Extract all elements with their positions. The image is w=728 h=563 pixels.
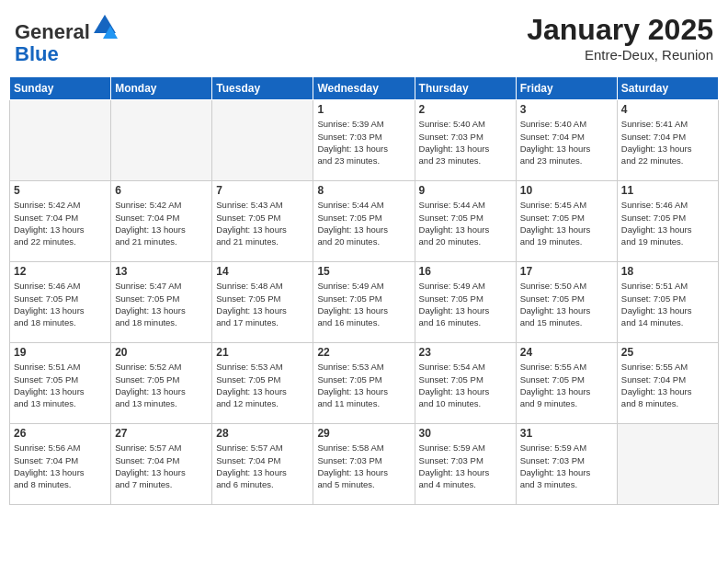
day-number: 28	[216, 427, 309, 440]
day-info-line: Sunrise: 5:43 AM	[216, 199, 309, 211]
weekday-header-wednesday: Wednesday	[313, 77, 415, 100]
day-info-line: and 19 minutes.	[520, 236, 613, 247]
day-info: Sunrise: 5:51 AMSunset: 7:05 PMDaylight:…	[14, 361, 107, 409]
calendar-week-row: 1Sunrise: 5:39 AMSunset: 7:03 PMDaylight…	[10, 100, 719, 181]
day-info: Sunrise: 5:59 AMSunset: 7:03 PMDaylight:…	[419, 442, 512, 490]
day-number: 5	[14, 184, 107, 197]
calendar-cell: 30Sunrise: 5:59 AMSunset: 7:03 PMDayligh…	[415, 424, 516, 505]
calendar-cell: 1Sunrise: 5:39 AMSunset: 7:03 PMDaylight…	[313, 100, 415, 181]
day-info-line: Daylight: 13 hours	[115, 466, 208, 478]
day-info-line: Sunset: 7:05 PM	[216, 373, 309, 385]
day-info-line: Sunrise: 5:55 AM	[520, 361, 613, 373]
day-number: 27	[115, 427, 208, 440]
day-info-line: Daylight: 13 hours	[317, 224, 410, 236]
day-info-line: Daylight: 13 hours	[621, 304, 714, 316]
day-number: 11	[621, 184, 714, 197]
day-info-line: Sunrise: 5:41 AM	[621, 118, 714, 130]
day-number: 25	[621, 346, 714, 359]
day-number: 14	[216, 265, 309, 278]
day-number: 21	[216, 346, 309, 359]
calendar-cell: 29Sunrise: 5:58 AMSunset: 7:03 PMDayligh…	[313, 424, 415, 505]
calendar-header-row: SundayMondayTuesdayWednesdayThursdayFrid…	[10, 77, 719, 100]
day-number: 19	[14, 346, 107, 359]
day-info-line: and 23 minutes.	[317, 155, 410, 167]
day-info: Sunrise: 5:57 AMSunset: 7:04 PMDaylight:…	[115, 442, 208, 490]
day-info-line: Daylight: 13 hours	[14, 224, 107, 236]
day-info-line: Sunset: 7:03 PM	[317, 454, 410, 466]
day-info-line: Sunset: 7:04 PM	[520, 131, 613, 143]
weekday-header-thursday: Thursday	[415, 77, 516, 100]
day-info: Sunrise: 5:42 AMSunset: 7:04 PMDaylight:…	[115, 199, 208, 247]
day-number: 24	[520, 346, 613, 359]
day-info: Sunrise: 5:43 AMSunset: 7:05 PMDaylight:…	[216, 199, 309, 247]
day-info-line: Sunrise: 5:52 AM	[115, 361, 208, 373]
day-info-line: Daylight: 13 hours	[419, 143, 512, 155]
weekday-header-sunday: Sunday	[10, 77, 111, 100]
day-info-line: Sunset: 7:05 PM	[115, 373, 208, 385]
day-info-line: Daylight: 13 hours	[317, 466, 410, 478]
day-info-line: Sunrise: 5:50 AM	[520, 280, 613, 292]
day-number: 12	[14, 265, 107, 278]
day-info-line: Sunset: 7:03 PM	[520, 454, 613, 466]
day-info-line: Sunset: 7:03 PM	[419, 454, 512, 466]
calendar-cell: 7Sunrise: 5:43 AMSunset: 7:05 PMDaylight…	[212, 181, 313, 262]
day-info-line: Daylight: 13 hours	[621, 143, 714, 155]
day-info-line: Sunset: 7:04 PM	[14, 212, 107, 224]
day-info-line: Sunrise: 5:49 AM	[419, 280, 512, 292]
day-info-line: Sunrise: 5:51 AM	[14, 361, 107, 373]
calendar-cell: 17Sunrise: 5:50 AMSunset: 7:05 PMDayligh…	[516, 262, 617, 343]
day-number: 15	[317, 265, 410, 278]
day-info-line: Sunrise: 5:45 AM	[520, 199, 613, 211]
calendar-week-row: 12Sunrise: 5:46 AMSunset: 7:05 PMDayligh…	[10, 262, 719, 343]
day-info-line: Daylight: 13 hours	[115, 224, 208, 236]
day-info-line: Daylight: 13 hours	[216, 466, 309, 478]
logo-blue-text: Blue	[15, 42, 59, 65]
day-info: Sunrise: 5:56 AMSunset: 7:04 PMDaylight:…	[14, 442, 107, 490]
day-info-line: Sunrise: 5:42 AM	[14, 199, 107, 211]
calendar-cell: 11Sunrise: 5:46 AMSunset: 7:05 PMDayligh…	[617, 181, 718, 262]
day-info-line: and 19 minutes.	[621, 236, 714, 247]
day-info: Sunrise: 5:53 AMSunset: 7:05 PMDaylight:…	[317, 361, 410, 409]
calendar-cell: 19Sunrise: 5:51 AMSunset: 7:05 PMDayligh…	[10, 343, 111, 424]
day-info-line: Daylight: 13 hours	[520, 224, 613, 236]
day-info-line: Sunrise: 5:44 AM	[419, 199, 512, 211]
calendar-cell: 22Sunrise: 5:53 AMSunset: 7:05 PMDayligh…	[313, 343, 415, 424]
day-info-line: Daylight: 13 hours	[419, 466, 512, 478]
day-info-line: Sunrise: 5:58 AM	[317, 442, 410, 454]
day-number: 13	[115, 265, 208, 278]
calendar-cell: 26Sunrise: 5:56 AMSunset: 7:04 PMDayligh…	[10, 424, 111, 505]
day-info-line: and 10 minutes.	[419, 397, 512, 409]
day-info-line: Daylight: 13 hours	[520, 143, 613, 155]
weekday-header-saturday: Saturday	[617, 77, 718, 100]
day-info-line: Sunset: 7:04 PM	[621, 131, 714, 143]
day-number: 1	[317, 103, 410, 116]
weekday-header-tuesday: Tuesday	[212, 77, 313, 100]
day-info: Sunrise: 5:54 AMSunset: 7:05 PMDaylight:…	[419, 361, 512, 409]
day-info-line: Sunset: 7:05 PM	[419, 373, 512, 385]
day-info-line: Sunrise: 5:59 AM	[520, 442, 613, 454]
day-info: Sunrise: 5:55 AMSunset: 7:04 PMDaylight:…	[621, 361, 714, 409]
day-info-line: Sunrise: 5:46 AM	[14, 280, 107, 292]
calendar-cell: 13Sunrise: 5:47 AMSunset: 7:05 PMDayligh…	[111, 262, 212, 343]
calendar-cell: 25Sunrise: 5:55 AMSunset: 7:04 PMDayligh…	[617, 343, 718, 424]
day-info-line: Sunrise: 5:53 AM	[216, 361, 309, 373]
day-info: Sunrise: 5:44 AMSunset: 7:05 PMDaylight:…	[419, 199, 512, 247]
day-number: 22	[317, 346, 410, 359]
calendar-cell	[10, 100, 111, 181]
day-info-line: Sunrise: 5:47 AM	[115, 280, 208, 292]
day-info-line: and 14 minutes.	[621, 316, 714, 328]
day-info-line: Sunrise: 5:54 AM	[419, 361, 512, 373]
day-info-line: Sunset: 7:05 PM	[14, 373, 107, 385]
day-info: Sunrise: 5:40 AMSunset: 7:04 PMDaylight:…	[520, 118, 613, 167]
day-info: Sunrise: 5:44 AMSunset: 7:05 PMDaylight:…	[317, 199, 410, 247]
calendar-cell: 6Sunrise: 5:42 AMSunset: 7:04 PMDaylight…	[111, 181, 212, 262]
day-info-line: Daylight: 13 hours	[419, 304, 512, 316]
day-info-line: Sunset: 7:05 PM	[419, 212, 512, 224]
calendar-cell: 24Sunrise: 5:55 AMSunset: 7:05 PMDayligh…	[516, 343, 617, 424]
day-info-line: Sunset: 7:05 PM	[216, 293, 309, 304]
day-info: Sunrise: 5:49 AMSunset: 7:05 PMDaylight:…	[419, 280, 512, 328]
day-info-line: and 11 minutes.	[317, 397, 410, 409]
day-info-line: Daylight: 13 hours	[520, 466, 613, 478]
location-subtitle: Entre-Deux, Reunion	[527, 47, 713, 63]
day-info-line: and 18 minutes.	[115, 316, 208, 328]
